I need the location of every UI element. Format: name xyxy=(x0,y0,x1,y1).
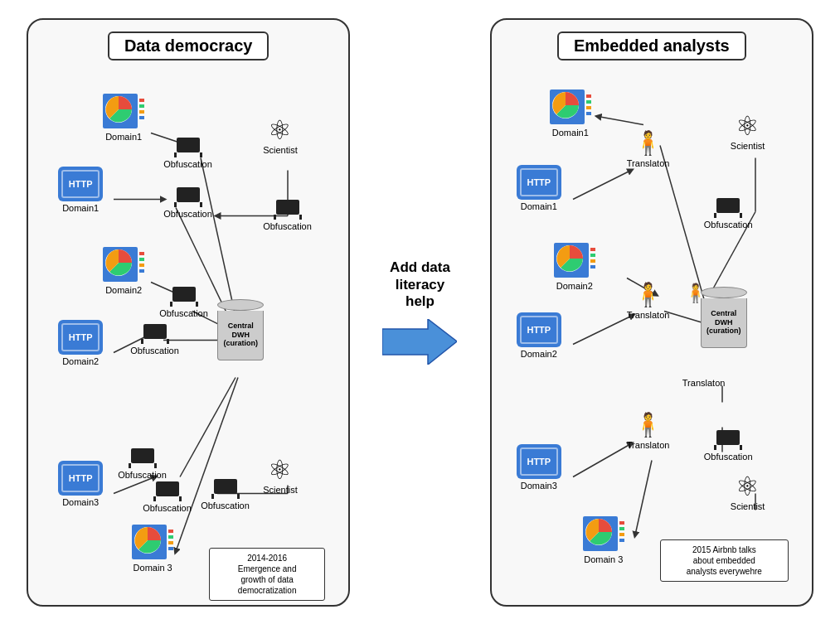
left-scientist2-icon: ⚛ xyxy=(268,457,292,483)
svg-rect-23 xyxy=(139,252,144,255)
left-note: 2014-2016Emergence andgrowth of datademo… xyxy=(209,548,325,601)
left-domain2-pie-label: Domain2 xyxy=(105,285,142,295)
svg-marker-33 xyxy=(382,319,457,365)
left-diagram: Domain1 HTTP Domain1 Obfuscation xyxy=(35,67,342,605)
left-central-dwh: CentralDWH(curation) xyxy=(217,299,264,360)
left-domain1-http: HTTP Domain1 xyxy=(58,167,103,213)
right-scientist2-icon: ⚛ xyxy=(736,473,760,500)
right-domain1-http-box: HTTP xyxy=(517,165,561,200)
right-domain3-http-box: HTTP xyxy=(517,444,561,479)
svg-rect-26 xyxy=(139,269,144,273)
svg-rect-18 xyxy=(139,104,144,108)
svg-line-43 xyxy=(573,443,631,476)
svg-line-41 xyxy=(573,315,633,344)
right-scientist2: ⚛ Scientist xyxy=(731,473,765,511)
left-domain1-pie: Domain1 xyxy=(101,92,146,142)
right-domain1-http-label: Domain1 xyxy=(521,201,557,211)
left-scientist1: ⚛ Scientist xyxy=(263,117,298,155)
svg-rect-64 xyxy=(619,539,624,542)
right-domain1-pie-label: Domain1 xyxy=(552,128,589,138)
left-obfusc2: Obfuscation xyxy=(163,187,212,219)
right-domain3-chart-label: Domain 3 xyxy=(584,554,623,564)
svg-line-36 xyxy=(573,170,631,199)
svg-line-14 xyxy=(176,377,238,551)
right-diagram: Domain1 HTTP Domain1 🧍 Translaton ⚛ Scie… xyxy=(498,67,805,605)
svg-rect-32 xyxy=(168,547,173,550)
right-note: 2015 Airbnb talksabout embeddedanalysts … xyxy=(660,539,789,582)
left-domain3-http-box: HTTP xyxy=(58,461,103,496)
svg-line-34 xyxy=(598,116,643,124)
svg-rect-63 xyxy=(619,533,624,536)
right-scientist1: ⚛ Scientist xyxy=(731,113,765,151)
arrow-text: Add data literacy help xyxy=(370,259,469,310)
left-obfusc4: Obfuscation xyxy=(130,324,179,356)
right-domain1-pie: Domain1 xyxy=(548,88,593,138)
left-domain1-pie-label: Domain1 xyxy=(105,132,142,142)
left-obfusc-sci2: Obfuscation xyxy=(201,479,250,510)
left-domain2-pie: Domain2 xyxy=(101,245,146,295)
right-translator-dwh: Translaton xyxy=(682,376,726,388)
svg-rect-20 xyxy=(139,116,144,119)
right-translator2: 🧍 Translaton xyxy=(627,281,670,320)
left-obfusc3: Obfuscation xyxy=(159,287,208,318)
svg-rect-17 xyxy=(139,99,144,102)
left-domain3-chart: Domain 3 xyxy=(130,523,175,573)
right-obfusc1: Obfuscation xyxy=(704,198,753,230)
left-obfusc1: Obfuscation xyxy=(163,138,212,169)
svg-rect-31 xyxy=(168,541,173,544)
left-domain2-http-label: Domain2 xyxy=(62,356,99,366)
right-central-dwh: 🧍 CentralDWH(curation) xyxy=(682,287,747,348)
left-domain1-http-box: HTTP xyxy=(58,167,103,201)
right-translator3: 🧍 Translaton xyxy=(627,411,670,450)
svg-rect-62 xyxy=(619,527,624,530)
left-scientist1-icon: ⚛ xyxy=(268,117,292,143)
svg-rect-24 xyxy=(139,258,144,261)
svg-rect-50 xyxy=(586,100,591,104)
svg-rect-19 xyxy=(139,110,144,114)
left-domain3-http: HTTP Domain3 xyxy=(58,461,103,507)
right-domain2-http-box: HTTP xyxy=(517,312,561,347)
right-obfusc2: Obfuscation xyxy=(704,430,753,462)
right-domain3-http-label: Domain3 xyxy=(521,481,557,491)
left-panel-title: Data democracy xyxy=(108,31,269,60)
right-panel: Embedded analysts xyxy=(490,18,813,607)
svg-rect-56 xyxy=(590,254,595,257)
left-domain2-http-box: HTTP xyxy=(58,320,103,355)
right-domain3-chart: Domain 3 xyxy=(581,515,626,564)
svg-rect-52 xyxy=(586,112,591,115)
right-panel-title: Embedded analysts xyxy=(557,31,746,60)
right-translator1: 🧍 Translaton xyxy=(627,129,670,168)
svg-rect-29 xyxy=(168,530,173,533)
svg-rect-51 xyxy=(586,106,591,109)
left-panel: Data democracy xyxy=(27,18,350,607)
left-domain3-chart-label: Domain 3 xyxy=(134,563,172,573)
left-obfusc-right1: Obfuscation xyxy=(263,200,312,231)
middle-arrow-section: Add data literacy help xyxy=(370,259,469,364)
left-domain2-http: HTTP Domain2 xyxy=(58,320,103,366)
arrow-icon xyxy=(382,319,457,365)
svg-rect-30 xyxy=(168,535,173,539)
left-obfusc6: Obfuscation xyxy=(143,481,192,513)
svg-rect-61 xyxy=(619,521,624,525)
svg-rect-57 xyxy=(590,259,595,263)
right-domain1-http: HTTP Domain1 xyxy=(517,165,561,211)
right-domain2-http-label: Domain2 xyxy=(521,349,557,359)
left-domain1-http-label: Domain1 xyxy=(62,203,99,213)
svg-rect-58 xyxy=(590,265,595,268)
svg-rect-25 xyxy=(139,264,144,267)
left-obfusc5: Obfuscation xyxy=(118,448,167,480)
left-scientist2: ⚛ Scientist xyxy=(263,457,298,495)
right-domain2-pie: Domain2 xyxy=(552,241,597,291)
main-container: Data democracy xyxy=(0,0,840,624)
right-scientist1-icon: ⚛ xyxy=(736,113,760,139)
svg-line-11 xyxy=(180,377,235,476)
svg-rect-49 xyxy=(586,94,591,98)
left-domain3-http-label: Domain3 xyxy=(62,497,99,507)
right-domain2-http: HTTP Domain2 xyxy=(517,312,561,359)
right-domain2-pie-label: Domain2 xyxy=(556,281,593,291)
right-domain3-http: HTTP Domain3 xyxy=(517,444,561,491)
svg-line-46 xyxy=(635,460,652,535)
svg-rect-55 xyxy=(590,248,595,251)
